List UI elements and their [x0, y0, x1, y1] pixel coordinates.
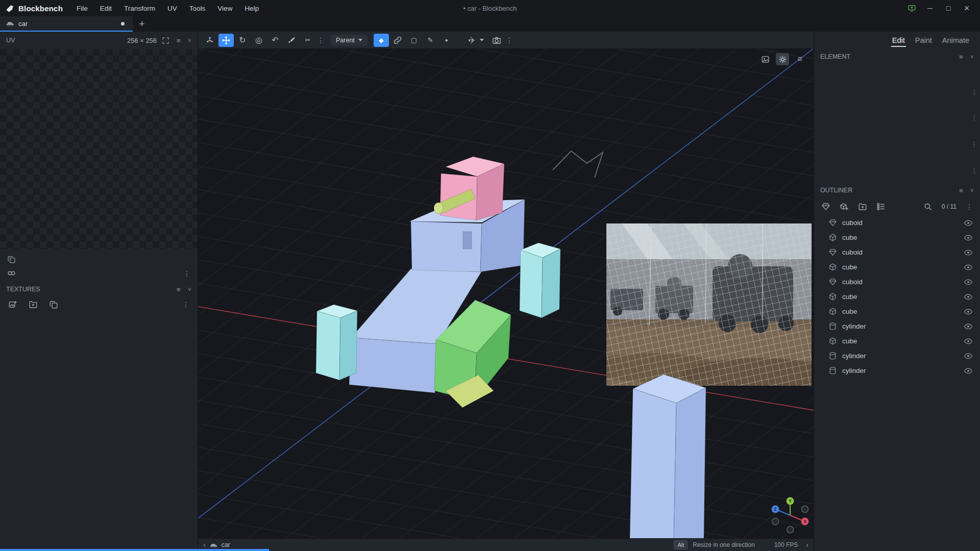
brush-tool-icon[interactable] [284, 34, 299, 47]
rotate-tool-icon[interactable]: ↻ [235, 34, 250, 47]
uv-link-icon[interactable] [7, 269, 16, 278]
visibility-eye-icon[interactable] [964, 337, 973, 346]
outliner-item-cylinder[interactable]: cylinder [814, 363, 980, 378]
outliner-item-cuboid[interactable]: cuboid [814, 274, 980, 289]
circle-toggle-icon[interactable]: ● [439, 34, 454, 47]
outliner-item-cube[interactable]: cube [814, 289, 980, 304]
outliner-item-cube[interactable]: cube [814, 230, 980, 245]
close-icon[interactable]: × [959, 2, 975, 15]
new-tab-button[interactable]: + [133, 16, 151, 32]
uv-canvas[interactable] [0, 49, 198, 249]
lighting-icon[interactable] [776, 53, 789, 65]
visibility-eye-icon[interactable] [964, 366, 973, 375]
toolbar-more-icon[interactable]: ⋮ [316, 36, 325, 44]
element-row-more-icon[interactable]: ⋮ [971, 89, 977, 95]
tab-car[interactable]: car [0, 16, 133, 32]
minimize-icon[interactable]: ─ [922, 2, 938, 15]
background-image-icon[interactable] [758, 53, 772, 65]
menu-help[interactable]: Help [239, 3, 264, 14]
element-row-more-icon[interactable]: ⋮ [971, 141, 977, 147]
visibility-eye-icon[interactable] [964, 292, 973, 302]
element-row-more-icon[interactable]: ⋮ [971, 114, 977, 121]
toolbar-end-more-icon[interactable]: ⋮ [505, 36, 513, 44]
visibility-eye-icon[interactable] [964, 233, 973, 242]
statusbar: ‹ car Alt Resize in one direction 100 FP… [198, 538, 814, 551]
mode-tab-edit[interactable]: Edit [888, 33, 910, 47]
navigation-gizmo[interactable]: Y X Z [772, 497, 809, 533]
pivot-tool-icon[interactable]: ◎ [251, 34, 266, 47]
import-texture-icon[interactable] [29, 300, 38, 309]
tabbar: car + [0, 16, 980, 32]
outliner-item-cube[interactable]: cube [814, 304, 980, 319]
outliner-panel-title: OUTLINER [820, 187, 852, 194]
mirror-tool-icon[interactable] [463, 34, 479, 47]
texture-stack-icon[interactable] [49, 300, 58, 309]
pencil-toggle-icon[interactable]: ✎ [423, 34, 438, 47]
uv-fullscreen-icon[interactable] [162, 37, 169, 44]
update-available-icon[interactable] [903, 2, 920, 15]
visibility-eye-icon[interactable] [964, 218, 973, 228]
search-icon[interactable] [923, 202, 933, 211]
outliner-toggles-icon[interactable] [876, 202, 886, 211]
link-toggle-icon[interactable] [390, 34, 405, 47]
menu-edit[interactable]: Edit [94, 3, 117, 14]
menu-uv[interactable]: UV [162, 3, 183, 14]
breadcrumb-back-icon[interactable]: ‹ [203, 541, 206, 549]
outliner-item-cube[interactable]: cube [814, 260, 980, 274]
textures-panel-header: TEXTURES ≡ ∨ [0, 282, 198, 297]
visibility-eye-icon[interactable] [964, 248, 973, 257]
textures-more-icon[interactable]: ⋮ [182, 301, 189, 308]
visibility-eye-icon[interactable] [964, 263, 973, 272]
mode-tab-animate[interactable]: Animate [938, 33, 974, 47]
visibility-eye-icon[interactable] [964, 322, 973, 331]
viewport-menu-icon[interactable]: ≡ [793, 53, 806, 65]
element-row-more-icon[interactable]: ⋮ [971, 167, 977, 174]
element-panel-header: ELEMENT ≡ ∨ [814, 49, 980, 64]
mode-tab-paint[interactable]: Paint [911, 33, 937, 47]
uv-panel-collapse-icon[interactable]: ∨ [188, 38, 191, 43]
outliner-item-cuboid[interactable]: cuboid [814, 215, 980, 230]
breadcrumb[interactable]: car [222, 541, 230, 548]
visibility-eye-icon[interactable] [964, 352, 973, 361]
mirror-caret-icon[interactable] [480, 39, 484, 41]
menu-file[interactable]: File [71, 3, 93, 14]
outliner-item-cylinder[interactable]: cylinder [814, 319, 980, 334]
square-toggle-icon[interactable]: ▢ [406, 34, 422, 47]
outliner-item-cube[interactable]: cube [814, 334, 980, 348]
menu-view[interactable]: View [212, 3, 238, 14]
move-tool-icon[interactable] [218, 34, 234, 47]
add-group-icon[interactable] [858, 202, 867, 211]
outliner-panel-menu-icon[interactable]: ≡ [959, 187, 963, 194]
keyframe-toggle-icon[interactable]: ◆ [374, 34, 389, 47]
uv-copy-icon[interactable] [7, 255, 16, 264]
add-mesh-icon[interactable] [821, 202, 830, 211]
gizmo-z-label: Z [774, 507, 776, 512]
parent-dropdown[interactable]: Parent [331, 35, 368, 46]
maximize-icon[interactable]: □ [940, 2, 957, 15]
gizmo-tool-icon[interactable] [202, 34, 217, 47]
outliner-more-icon[interactable]: ⋮ [966, 203, 973, 210]
create-texture-icon[interactable] [8, 300, 17, 309]
cylinder-icon [828, 352, 837, 360]
rotate-back-tool-icon[interactable]: ↶ [267, 34, 283, 47]
textures-panel-collapse-icon[interactable]: ∨ [188, 287, 191, 292]
menu-transform[interactable]: Transform [118, 3, 161, 14]
element-panel-menu-icon[interactable]: ≡ [959, 54, 963, 60]
unsaved-indicator [121, 22, 125, 26]
outliner-panel-collapse-icon[interactable]: ∨ [970, 188, 974, 193]
outliner-item-cylinder[interactable]: cylinder [814, 348, 980, 363]
cut-tool-icon[interactable]: ✂ [300, 34, 315, 47]
menu-tools[interactable]: Tools [184, 3, 211, 14]
cube-icon [828, 263, 837, 271]
add-cube-icon[interactable] [840, 202, 849, 211]
statusbar-next-icon[interactable]: › [806, 541, 808, 549]
uv-panel-menu-icon[interactable]: ≡ [177, 37, 181, 44]
visibility-eye-icon[interactable] [964, 307, 973, 316]
outliner-item-cuboid[interactable]: cuboid [814, 245, 980, 260]
visibility-eye-icon[interactable] [964, 278, 973, 287]
screenshot-icon[interactable] [489, 34, 504, 47]
viewport-3d[interactable]: Y X Z ≡ [198, 49, 814, 538]
uv-more-icon[interactable]: ⋮ [183, 270, 190, 277]
element-panel-collapse-icon[interactable]: ∨ [970, 54, 974, 59]
textures-panel-menu-icon[interactable]: ≡ [177, 286, 181, 293]
